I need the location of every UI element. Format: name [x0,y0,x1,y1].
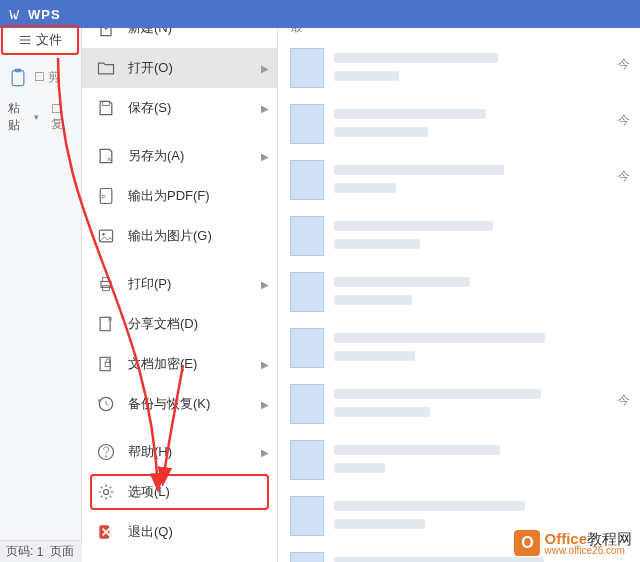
svg-rect-0 [12,71,24,86]
chevron-right-icon: ▶ [261,399,269,410]
menu-item-label: 分享文档(D) [128,315,198,333]
doc-title-blurred [334,329,628,367]
menu-item-label: 选项(L) [128,483,170,501]
menu-item-encrypt[interactable]: 文档加密(E)▶ [82,344,277,384]
doc-thumbnail [290,328,324,368]
chevron-right-icon: ▶ [261,279,269,290]
wps-logo-icon [8,6,24,22]
doc-title-blurred [334,385,628,423]
menu-item-exit[interactable]: 退出(Q) [82,512,277,552]
svg-rect-17 [99,525,109,538]
status-bar: 页码: 1 页面 [0,540,82,562]
svg-rect-1 [15,69,22,72]
menu-item-share[interactable]: 分享文档(D) [82,304,277,344]
svg-text:P: P [102,194,106,200]
menu-item-label: 打印(P) [128,275,171,293]
svg-rect-8 [103,277,110,281]
recent-item[interactable] [290,328,628,368]
svg-rect-9 [103,286,110,291]
lock-icon [96,354,116,374]
paste-label: 粘贴 [8,100,28,134]
menu-item-label: 输出为图片(G) [128,227,212,245]
hamburger-icon [18,33,32,47]
svg-point-15 [105,455,107,457]
app-logo: WPS [8,6,61,22]
share-icon [96,314,116,334]
doc-title-blurred [334,273,628,311]
doc-time: 今 [618,168,630,185]
recent-item[interactable]: 今 [290,384,628,424]
gear-icon [96,482,116,502]
history-icon [96,394,116,414]
recent-docs-panel: 最 今今今今 [278,0,640,562]
doc-thumbnail [290,216,324,256]
doc-title-blurred [334,161,628,199]
app-name: WPS [28,7,61,22]
doc-thumbnail [290,552,324,562]
chevron-right-icon: ▶ [261,359,269,370]
menu-item-backup[interactable]: 备份与恢复(K)▶ [82,384,277,424]
doc-thumbnail [290,440,324,480]
recent-item[interactable] [290,216,628,256]
menu-item-label: 退出(Q) [128,523,173,541]
menu-item-open[interactable]: 打开(O)▶ [82,48,277,88]
doc-time: 今 [618,112,630,129]
chevron-right-icon: ▶ [261,151,269,162]
folder-icon [96,58,116,78]
doc-thumbnail [290,104,324,144]
menu-item-label: 输出为PDF(F) [128,187,210,205]
paste-label-row: 粘贴▾ ☐ 复 [0,94,81,140]
doc-thumbnail [290,496,324,536]
menu-item-print[interactable]: 打印(P)▶ [82,264,277,304]
exit-icon [96,522,116,542]
recent-item[interactable] [290,272,628,312]
menu-item-label: 打开(O) [128,59,173,77]
chevron-right-icon: ▶ [261,63,269,74]
chevron-right-icon: ▶ [261,447,269,458]
print-icon [96,274,116,294]
svg-rect-2 [103,101,110,105]
menu-item-label: 保存(S) [128,99,171,117]
menu-item-save[interactable]: 保存(S)▶ [82,88,277,128]
clipboard-paste-button[interactable]: ☐ 剪 [0,62,81,94]
pdf-icon: P [96,186,116,206]
menu-item-pdf[interactable]: P输出为PDF(F) [82,176,277,216]
doc-thumbnail [290,160,324,200]
file-menu-panel: 新建(N)打开(O)▶保存(S)▶另存为(A)▶P输出为PDF(F)输出为图片(… [82,0,278,562]
left-ribbon-strip: ☐ 剪 粘贴▾ ☐ 复 [0,28,82,562]
chevron-right-icon: ▶ [261,103,269,114]
doc-title-blurred [334,105,628,143]
file-tab[interactable]: 文件 [4,28,76,52]
help-icon [96,442,116,462]
svg-point-16 [104,490,109,495]
menu-item-img[interactable]: 输出为图片(G) [82,216,277,256]
menu-item-options[interactable]: 选项(L) [82,472,277,512]
menu-item-saveas[interactable]: 另存为(A)▶ [82,136,277,176]
watermark: O Office教程网 www.office26.com [514,530,632,556]
recent-item[interactable]: 今 [290,104,628,144]
menu-item-label: 帮助(H) [128,443,172,461]
recent-item[interactable] [290,440,628,480]
file-tab-wrap: 文件 [4,28,76,52]
saveas-icon [96,146,116,166]
doc-thumbnail [290,272,324,312]
menu-item-help[interactable]: 帮助(H)▶ [82,432,277,472]
title-bar: WPS [0,0,640,28]
doc-time: 今 [618,56,630,73]
svg-point-6 [102,233,105,236]
doc-thumbnail [290,384,324,424]
file-tab-label: 文件 [36,31,62,49]
paste-icon [8,68,28,88]
save-icon [96,98,116,118]
recent-item[interactable]: 今 [290,48,628,88]
watermark-icon: O [514,530,540,556]
svg-rect-12 [105,362,110,366]
recent-item[interactable]: 今 [290,160,628,200]
doc-title-blurred [334,49,628,87]
menu-item-label: 备份与恢复(K) [128,395,210,413]
image-icon [96,226,116,246]
doc-title-blurred [334,217,628,255]
doc-title-blurred [334,441,628,479]
menu-item-label: 文档加密(E) [128,355,197,373]
menu-item-label: 另存为(A) [128,147,184,165]
